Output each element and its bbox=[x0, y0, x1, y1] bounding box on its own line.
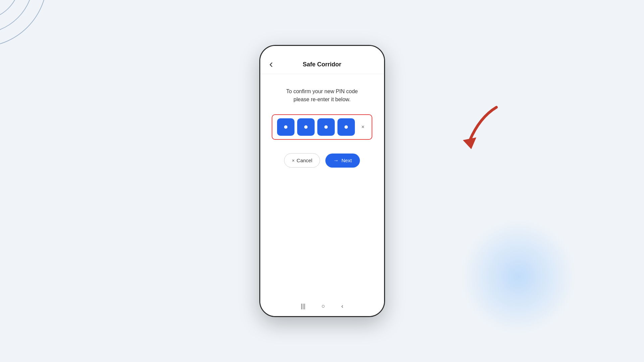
pin-clear-button[interactable]: × bbox=[359, 123, 367, 131]
next-arrow-icon: → bbox=[333, 158, 339, 164]
nav-home-icon: ○ bbox=[322, 303, 325, 310]
cancel-x-icon: × bbox=[292, 158, 294, 163]
nav-back-icon: ‹ bbox=[341, 303, 343, 310]
app-content: To confirm your new PIN code please re-e… bbox=[260, 74, 384, 299]
app-title: Safe Corridor bbox=[303, 61, 341, 68]
decorative-circles bbox=[0, 0, 64, 64]
pin-dot-1 bbox=[284, 125, 287, 129]
annotation-arrow bbox=[449, 97, 503, 159]
pin-dot-3 bbox=[324, 125, 328, 129]
next-label: Next bbox=[341, 158, 352, 163]
action-buttons: × Cancel → Next bbox=[284, 153, 360, 168]
next-button[interactable]: → Next bbox=[325, 154, 360, 168]
pin-box-1 bbox=[277, 118, 294, 136]
phone-nav-bar: ||| ○ ‹ bbox=[260, 299, 384, 316]
back-button[interactable] bbox=[266, 59, 276, 70]
phone-frame: Safe Corridor To confirm your new PIN co… bbox=[259, 45, 385, 317]
pin-box-3 bbox=[317, 118, 335, 136]
pin-box-2 bbox=[297, 118, 315, 136]
svg-point-0 bbox=[0, 0, 20, 20]
pin-dot-4 bbox=[344, 125, 348, 129]
phone-top-bar bbox=[260, 46, 384, 55]
svg-point-2 bbox=[0, 0, 47, 47]
nav-recents-icon: ||| bbox=[301, 303, 306, 310]
pin-dots bbox=[277, 118, 355, 136]
app-header: Safe Corridor bbox=[260, 55, 384, 74]
pin-dot-2 bbox=[304, 125, 308, 129]
pin-input-container[interactable]: × bbox=[272, 114, 372, 140]
svg-point-1 bbox=[0, 0, 34, 34]
background-glow bbox=[460, 218, 577, 335]
pin-box-4 bbox=[337, 118, 355, 136]
cancel-label: Cancel bbox=[297, 158, 312, 163]
back-icon bbox=[267, 61, 275, 68]
cancel-button[interactable]: × Cancel bbox=[284, 153, 320, 168]
instruction-text: To confirm your new PIN code please re-e… bbox=[286, 87, 358, 104]
svg-marker-3 bbox=[463, 137, 476, 149]
